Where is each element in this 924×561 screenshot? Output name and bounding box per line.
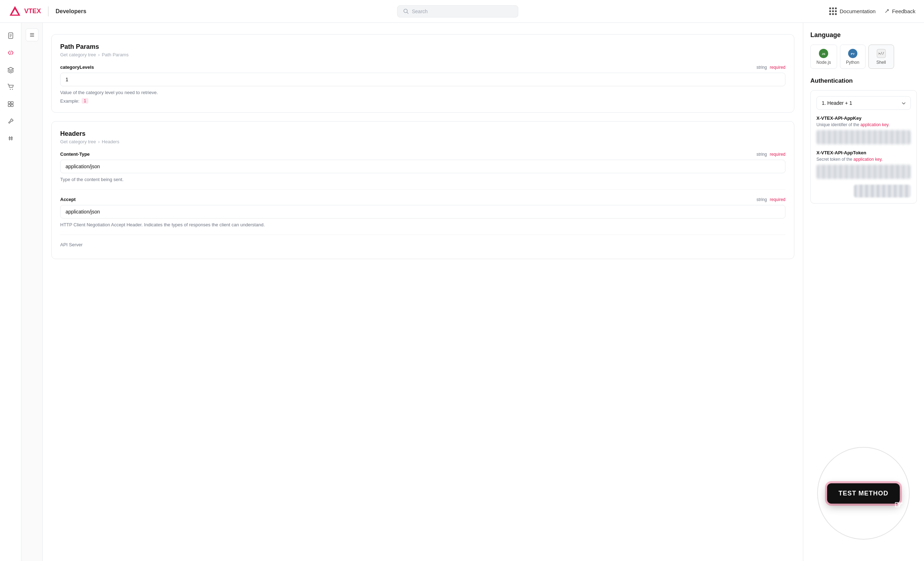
python-label: Python (846, 60, 859, 65)
sidebar-icon-grid[interactable] (3, 97, 18, 111)
category-levels-meta: string required (757, 65, 785, 70)
svg-point-10 (12, 89, 12, 89)
category-levels-desc: Value of the category level you need to … (60, 90, 785, 95)
test-method-label: TEST METHOD (838, 490, 888, 497)
search-icon (403, 9, 409, 14)
sidebar-icon-layers[interactable] (3, 63, 18, 77)
header-right: Documentation Feedback (829, 8, 915, 15)
left-sidebar (0, 23, 21, 561)
search-placeholder: Search (412, 9, 428, 14)
appkey-title: X-VTEX-API-AppKey (816, 116, 911, 121)
headers-breadcrumb: Get category tree › Headers (60, 139, 785, 144)
header: VTEX Developers Search Documentation Fee… (0, 0, 924, 23)
cursor-icon: ☞ (894, 499, 903, 511)
sidebar-icon-hash[interactable] (3, 131, 18, 146)
appkey-desc: Unique identifier of the application key… (816, 122, 911, 127)
content-type-required: required (770, 152, 785, 157)
example-value: 1 (82, 98, 88, 104)
feedback-label: Feedback (892, 8, 915, 14)
test-method-button[interactable]: TEST METHOD ☞ (827, 483, 900, 504)
nodejs-label: Node.js (816, 60, 831, 65)
nodejs-icon: JS (819, 48, 828, 59)
apptoken-input-blurred[interactable] (816, 165, 911, 179)
content-type-field-row: Content-Type string required (60, 152, 785, 157)
appkey-desc-prefix: Unique identifier of the (816, 122, 860, 127)
appkey-desc-link[interactable]: application key. (860, 122, 890, 127)
svg-rect-14 (11, 104, 13, 107)
path-params-title: Path Params (60, 43, 785, 51)
svg-line-3 (407, 12, 409, 14)
svg-text:>//: >// (878, 52, 884, 55)
api-server-label: API Server (60, 242, 785, 247)
appkey-input-blurred[interactable] (816, 130, 911, 144)
headers-breadcrumb-sep: › (98, 139, 99, 144)
category-levels-example: Example: 1 (60, 98, 785, 104)
path-params-card: Path Params Get category tree › Path Par… (51, 34, 794, 113)
test-method-circle: TEST METHOD ☞ (817, 447, 910, 540)
feedback-button[interactable]: Feedback (884, 8, 915, 14)
content-type-desc: Type of the content being sent. (60, 177, 785, 182)
main-content: Path Params Get category tree › Path Par… (43, 23, 803, 561)
field-divider (60, 189, 785, 190)
svg-rect-12 (11, 102, 13, 104)
shell-label: Shell (876, 60, 886, 65)
sidebar-icon-tools[interactable] (3, 114, 18, 128)
logo-divider (48, 6, 48, 17)
svg-rect-13 (8, 104, 10, 107)
breadcrumb-part1: Get category tree (60, 52, 96, 57)
headers-breadcrumb-1: Get category tree (60, 139, 96, 144)
apptoken-desc: Secret token of the application key. (816, 157, 911, 162)
shell-icon: >// (876, 48, 886, 59)
sidebar-icon-code[interactable] (3, 46, 18, 60)
apptoken-desc-link[interactable]: application key. (854, 157, 883, 162)
vtex-logo-text: VTEX (24, 8, 41, 15)
vtex-logo[interactable]: VTEX (9, 5, 41, 18)
category-levels-field-row: categoryLevels string required (60, 65, 785, 70)
accept-input[interactable] (60, 205, 785, 218)
docs-label: Documentation (840, 8, 876, 14)
content-type-input[interactable] (60, 160, 785, 173)
content-type-meta: string required (757, 152, 785, 157)
auth-card: 1. Header + 1 X-VTEX-API-AppKey Unique i… (810, 90, 917, 203)
accept-field-row: Accept string required (60, 197, 785, 202)
expand-sidebar-button[interactable] (26, 29, 39, 41)
lang-option-python[interactable]: PY Python (840, 45, 866, 69)
apptoken-desc-prefix: Secret token of the (816, 157, 854, 162)
headers-title: Headers (60, 130, 785, 138)
auth-select[interactable]: 1. Header + 1 (816, 96, 911, 110)
svg-text:JS: JS (822, 53, 825, 56)
svg-line-8 (10, 51, 11, 55)
developers-label: Developers (56, 8, 86, 15)
svg-rect-11 (8, 102, 10, 104)
apptoken-title: X-VTEX-API-AppToken (816, 150, 911, 155)
header-left: VTEX Developers (9, 5, 86, 18)
external-link-icon (884, 9, 890, 14)
category-levels-required: required (770, 65, 785, 70)
field-divider-2 (60, 235, 785, 235)
accept-meta: string required (757, 197, 785, 202)
documentation-button[interactable]: Documentation (829, 8, 876, 15)
sidebar-icon-cart[interactable] (3, 80, 18, 94)
example-label: Example: (60, 98, 80, 104)
lang-option-shell[interactable]: >// Shell (868, 45, 894, 69)
main-layout: Path Params Get category tree › Path Par… (0, 23, 924, 561)
content-type-type: string (757, 152, 767, 157)
accept-type: string (757, 197, 767, 202)
category-levels-type: string (757, 65, 767, 70)
grid-icon (829, 8, 837, 15)
second-sidebar (21, 23, 43, 561)
lang-option-nodejs[interactable]: JS Node.js (810, 45, 837, 69)
auth-section-title: Authentication (810, 77, 917, 84)
content-type-name: Content-Type (60, 152, 90, 157)
svg-text:PY: PY (850, 53, 855, 56)
category-levels-name: categoryLevels (60, 65, 94, 70)
breadcrumb-sep: › (98, 52, 99, 57)
breadcrumb-part2: Path Params (102, 52, 129, 57)
sidebar-icon-document[interactable] (3, 29, 18, 43)
accept-desc: HTTP Client Negotiation Accept Header. I… (60, 222, 785, 227)
search-bar[interactable]: Search (397, 5, 518, 18)
test-method-container: TEST METHOD ☞ (817, 447, 910, 540)
headers-card: Headers Get category tree › Headers Cont… (51, 121, 794, 259)
category-levels-input[interactable] (60, 73, 785, 86)
python-icon: PY (848, 48, 858, 59)
